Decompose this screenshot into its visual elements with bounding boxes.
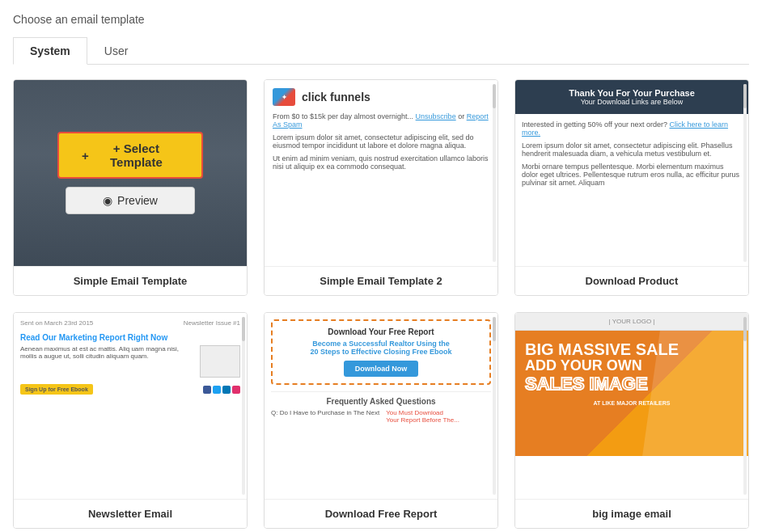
facebook-icon[interactable] — [203, 386, 211, 394]
template-card-newsletter[interactable]: Sent on March 23rd 2015 Newsletter Issue… — [13, 312, 248, 529]
download-product-intro: Interested in getting 50% off your next … — [522, 120, 742, 137]
card6-logo-bar: | YOUR LOGO | — [515, 313, 748, 331]
tab-user[interactable]: User — [87, 37, 146, 65]
card3-preview: Thank You For Your Purchase Your Downloa… — [515, 80, 748, 266]
cf-body2: Ut enim ad minim veniam, quis nostrud ex… — [273, 154, 489, 171]
newsletter-body: Aenean maximus at est ac mattis. Aliq ua… — [20, 345, 195, 378]
card2-preview: ✦ click funnels From $0 to $15k per day … — [265, 80, 497, 266]
newsletter-cta-btn[interactable]: Sign Up for Free Ebook — [20, 384, 93, 395]
cf-logo-icon: ✦ — [273, 88, 295, 106]
plus-icon: + — [82, 149, 89, 163]
newsletter-issue: Newsletter Issue #1 — [184, 319, 240, 327]
eye-icon: ◉ — [103, 194, 112, 207]
template-card-simple-email[interactable]: + + Select Template ◉ Preview Simple Ema… — [13, 79, 248, 296]
newsletter-headline: Read Our Marketing Report Right Now — [20, 333, 240, 342]
card6-preview: | YOUR LOGO | BIG MASSIVE SALE ADD YOUR … — [515, 313, 748, 499]
download-product-header-title: Thank You For Your Purchase — [523, 88, 740, 98]
card4-preview: Sent on March 23rd 2015 Newsletter Issue… — [14, 313, 247, 499]
download-report-box: Download Your Free Report Become a Succe… — [271, 319, 491, 385]
page-title: Choose an email template — [13, 13, 749, 26]
card1-preview: + + Select Template ◉ Preview — [14, 80, 247, 266]
download-product-body1: Lorem ipsum dolor sit amet, consectetur … — [522, 141, 742, 158]
template-card-download-free-report[interactable]: Download Your Free Report Become a Succe… — [264, 312, 498, 529]
template-card-big-image[interactable]: | YOUR LOGO | BIG MASSIVE SALE ADD YOUR … — [514, 312, 749, 529]
tab-system[interactable]: System — [13, 37, 87, 65]
newsletter-image — [200, 345, 240, 378]
tab-bar: System User — [13, 37, 749, 65]
download-report-box-title: Download Your Free Report — [279, 327, 483, 336]
template-label-simple-email: Simple Email Template — [14, 266, 247, 295]
template-label-simple-email-2: Simple Email Template 2 — [265, 266, 497, 295]
faq-question: Q: Do I Have to Purchase in The Next — [271, 409, 379, 424]
template-card-simple-email-2[interactable]: ✦ click funnels From $0 to $15k per day … — [264, 79, 498, 296]
select-template-button[interactable]: + + Select Template — [57, 132, 203, 179]
download-report-box-sub: Become a Successful Realtor Using the20 … — [279, 340, 483, 356]
template-label-download-free-report: Download Free Report — [265, 499, 497, 528]
select-template-label: + Select Template — [94, 141, 179, 169]
cf-intro: From $0 to $15k per day almost overnight… — [273, 112, 489, 129]
cf-logo-text: click funnels — [302, 91, 370, 103]
template-grid: + + Select Template ◉ Preview Simple Ema… — [13, 79, 749, 529]
template-label-download-product: Download Product — [515, 266, 748, 295]
newsletter-social-icons — [203, 386, 240, 394]
card5-preview: Download Your Free Report Become a Succe… — [265, 313, 497, 499]
preview-label: Preview — [117, 194, 158, 207]
newsletter-date: Sent on March 23rd 2015 — [20, 319, 93, 327]
download-product-body2: Morbi ornare tempus pellentesque. Morbi … — [522, 163, 742, 187]
instagram-icon[interactable] — [232, 386, 240, 394]
template-card-download-product[interactable]: Thank You For Your Purchase Your Downloa… — [514, 79, 749, 296]
twitter-icon[interactable] — [213, 386, 221, 394]
cf-body1: Lorem ipsum dolor sit amet, consectetur … — [273, 133, 489, 150]
faq-title: Frequently Asked Questions — [271, 391, 491, 406]
linkedin-icon[interactable] — [222, 386, 231, 394]
download-product-header-sub: Your Download Links are Below — [523, 98, 740, 106]
template-label-newsletter: Newsletter Email — [14, 499, 247, 528]
card6-banner: BIG MASSIVE SALE ADD YOUR OWN SALES IMAG… — [515, 331, 748, 456]
unsubscribe-link[interactable]: Unsubscribe — [416, 112, 456, 120]
preview-button[interactable]: ◉ Preview — [66, 187, 195, 214]
faq-answer: You Must DownloadYour Report Before The.… — [386, 409, 459, 424]
template-label-big-image: big image email — [515, 499, 748, 528]
download-now-button[interactable]: Download Now — [344, 361, 419, 377]
